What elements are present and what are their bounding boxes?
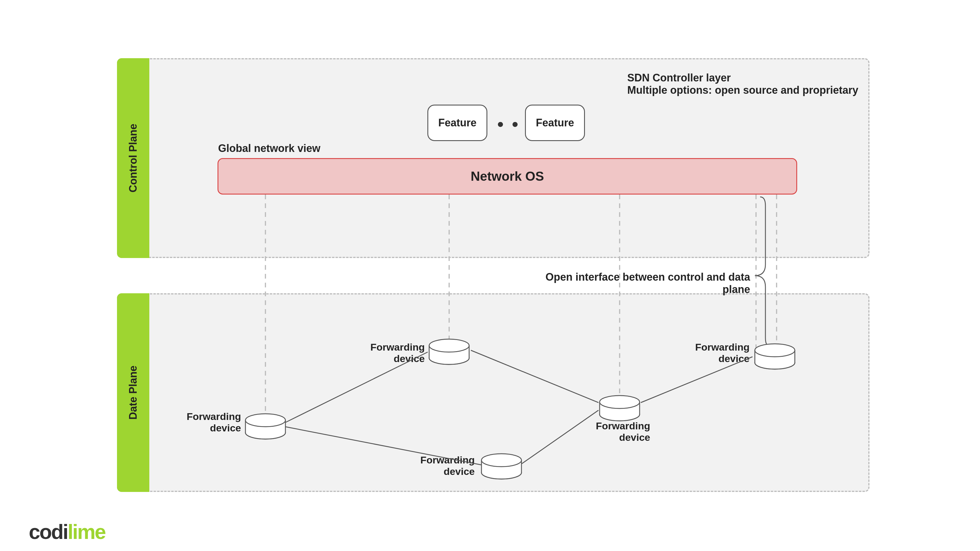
codilime-logo: codilime	[29, 520, 105, 544]
control-plane-tab: Control Plane	[117, 58, 150, 258]
control-plane-label: Control Plane	[127, 124, 139, 192]
feature-box-a: Feature	[427, 105, 487, 141]
network-os-box: Network OS	[218, 158, 797, 195]
fd-label-2: Forwarding device	[360, 341, 425, 364]
fd-label-5: Forwarding device	[685, 341, 749, 364]
fd-label-4: Forwarding device	[585, 420, 650, 443]
sdn-annotation-line2: Multiple options: open source and propri…	[627, 84, 868, 96]
logo-part2: lime	[68, 521, 105, 543]
sdn-annotation: SDN Controller layer Multiple options: o…	[627, 72, 868, 96]
open-interface-label: Open interface between control and data …	[538, 271, 750, 295]
data-plane-tab: Date Plane	[117, 293, 150, 492]
fd-label-3: Forwarding device	[410, 454, 475, 477]
sdn-architecture-diagram: Control Plane Date Plane Feature • • • F…	[0, 0, 980, 551]
data-plane-container: Date Plane	[117, 293, 869, 492]
global-network-view-label: Global network view	[218, 142, 320, 154]
data-plane-label: Date Plane	[127, 365, 139, 420]
logo-part1: codi	[29, 521, 68, 543]
feature-box-b: Feature	[525, 105, 585, 141]
fd-label-1: Forwarding device	[177, 411, 241, 434]
sdn-annotation-line1: SDN Controller layer	[627, 72, 868, 84]
